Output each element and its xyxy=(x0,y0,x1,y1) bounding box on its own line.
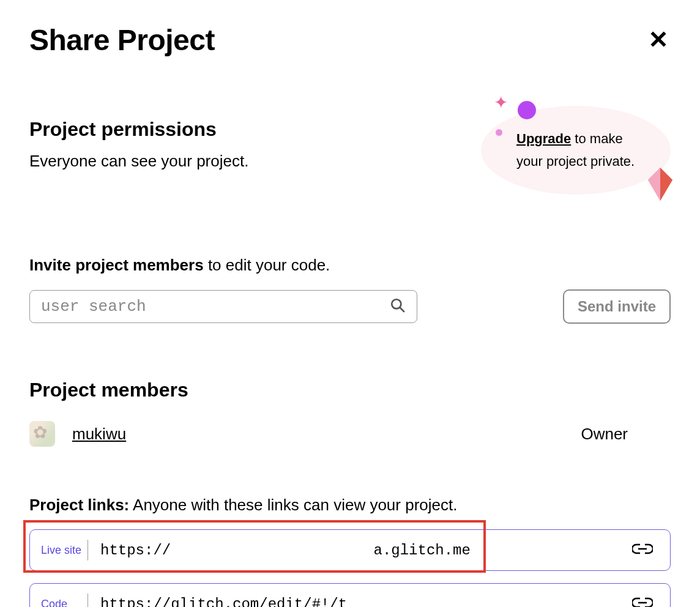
member-role: Owner xyxy=(581,425,628,444)
member-name-link[interactable]: mukiwu xyxy=(72,425,126,444)
search-icon xyxy=(390,297,406,316)
upgrade-banner: Upgrade to make your project private. xyxy=(481,106,671,195)
svg-point-5 xyxy=(392,299,401,308)
link-label: Live site xyxy=(41,544,83,557)
live-site-link-box[interactable]: Live site https:// a.glitch.me xyxy=(29,529,671,571)
copy-link-icon[interactable] xyxy=(630,594,655,607)
upgrade-link[interactable]: Upgrade xyxy=(516,131,571,146)
live-site-url: https:// a.glitch.me xyxy=(100,542,630,559)
diamond-icon xyxy=(647,168,673,201)
permissions-heading: Project permissions xyxy=(29,118,481,141)
page-title: Share Project xyxy=(29,23,215,57)
svg-marker-4 xyxy=(648,168,660,201)
copy-link-icon[interactable] xyxy=(630,540,655,560)
svg-line-6 xyxy=(400,307,404,312)
invite-heading: Invite project members to edit your code… xyxy=(29,256,671,275)
close-icon[interactable] xyxy=(646,27,671,54)
sparkle-icon xyxy=(493,95,508,110)
links-heading: Project links: Anyone with these links c… xyxy=(29,496,671,515)
user-search-box[interactable] xyxy=(29,290,417,323)
code-url: https://glitch.com/edit/#!/t xyxy=(100,596,630,608)
dot-icon xyxy=(518,101,536,119)
link-label: Code xyxy=(41,598,83,608)
permissions-description: Everyone can see your project. xyxy=(29,152,481,171)
code-link-box[interactable]: Code https://glitch.com/edit/#!/t xyxy=(29,583,671,607)
svg-marker-3 xyxy=(660,168,672,201)
member-row: mukiwu Owner xyxy=(29,421,671,447)
send-invite-button[interactable]: Send invite xyxy=(563,289,671,324)
dot-icon xyxy=(496,129,502,136)
members-heading: Project members xyxy=(29,379,671,401)
user-search-input[interactable] xyxy=(41,297,390,316)
avatar[interactable] xyxy=(29,421,55,447)
